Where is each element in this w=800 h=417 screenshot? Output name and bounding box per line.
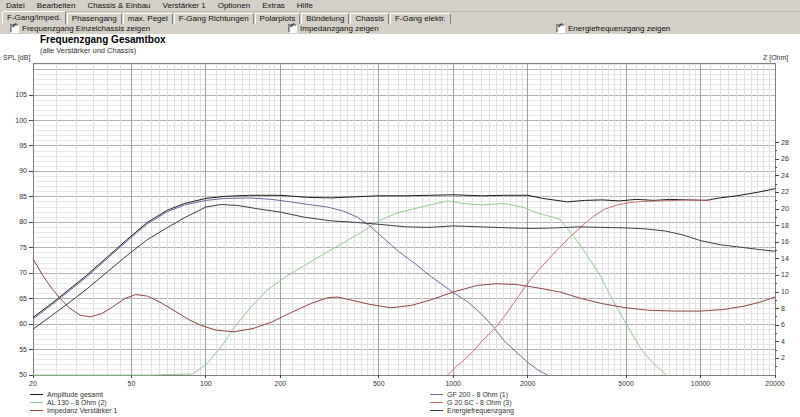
- y-right-tick-label: 18: [781, 222, 789, 229]
- legend-item: GF 200 - 8 Ohm (1): [430, 390, 514, 398]
- y-right-tick-label: 2: [781, 354, 785, 361]
- legend-item: Impedanz Verstärker 1: [30, 406, 117, 414]
- y-left-tick-label: 75: [19, 244, 27, 251]
- y-right-tick-label: 16: [781, 238, 789, 245]
- legend-label: Amplitude gesamt: [47, 391, 103, 398]
- y-right-tick-label: 22: [781, 188, 789, 195]
- legend-label: G 20 SC - 8 Ohm (3): [447, 399, 512, 406]
- x-tick-label: 20000: [765, 380, 785, 387]
- legend-label: Energiefrequenzgang: [447, 407, 514, 414]
- x-tick-label: 100: [200, 380, 212, 387]
- legend-item: Energiefrequenzgang: [430, 406, 514, 414]
- plot-border: [33, 63, 775, 375]
- legend-swatch-icon: [30, 394, 43, 395]
- legend-column-left: Amplitude gesamtAL 130 - 8 Ohm (2)Impeda…: [30, 390, 117, 414]
- legend-label: GF 200 - 8 Ohm (1): [447, 391, 508, 398]
- legend-item: Amplitude gesamt: [30, 390, 117, 398]
- x-tick-label: 200: [274, 380, 286, 387]
- y-left-tick-label: 100: [15, 117, 27, 124]
- y-left-tick-label: 90: [19, 167, 27, 174]
- legend-item: AL 130 - 8 Ohm (2): [30, 398, 117, 406]
- y-left-tick-label: 70: [19, 269, 27, 276]
- legend-swatch-icon: [430, 402, 443, 403]
- x-tick-label: 20: [29, 380, 37, 387]
- x-tick-label: 1000: [445, 380, 461, 387]
- curve-4: [448, 200, 711, 375]
- y-left-tick-label: 65: [19, 295, 27, 302]
- legend-label: AL 130 - 8 Ohm (2): [47, 399, 107, 406]
- x-tick-label: 2000: [520, 380, 536, 387]
- legend-swatch-icon: [30, 410, 43, 411]
- frequency-response-plot: 2050100200500100020005000100002000010510…: [0, 0, 800, 417]
- legend-swatch-icon: [30, 402, 43, 403]
- legend-label: Impedanz Verstärker 1: [47, 407, 117, 414]
- legend-swatch-icon: [430, 410, 443, 411]
- y-right-tick-label: 12: [781, 271, 789, 278]
- y-left-tick-label: 55: [19, 346, 27, 353]
- y-right-tick-label: 26: [781, 155, 789, 162]
- x-tick-label: 5000: [618, 380, 634, 387]
- y-right-tick-label: 24: [781, 172, 789, 179]
- y-left-tick-label: 60: [19, 320, 27, 327]
- chart-panel: Frequenzgang Gesamtbox (alle Verstärker …: [0, 34, 800, 417]
- x-tick-label: 10000: [691, 380, 711, 387]
- y-right-tick-label: 28: [781, 139, 789, 146]
- y-left-tick-label: 95: [19, 142, 27, 149]
- y-right-tick-label: 20: [781, 205, 789, 212]
- y-right-tick-label: 10: [781, 288, 789, 295]
- curve-3: [33, 198, 547, 375]
- y-right-tick-label: 8: [781, 305, 785, 312]
- y-right-tick-label: 6: [781, 321, 785, 328]
- legend-item: G 20 SC - 8 Ohm (3): [430, 398, 514, 406]
- y-left-tick-label: 85: [19, 193, 27, 200]
- legend-column-right: GF 200 - 8 Ohm (1)G 20 SC - 8 Ohm (3)Ene…: [430, 390, 514, 414]
- y-right-tick-label: 14: [781, 255, 789, 262]
- y-left-tick-label: 50: [19, 371, 27, 378]
- y-left-tick-label: 105: [15, 91, 27, 98]
- legend-swatch-icon: [430, 394, 443, 395]
- x-tick-label: 500: [373, 380, 385, 387]
- curve-2: [33, 259, 775, 332]
- x-tick-label: 50: [128, 380, 136, 387]
- y-right-tick-label: 4: [781, 338, 785, 345]
- y-left-tick-label: 80: [19, 218, 27, 225]
